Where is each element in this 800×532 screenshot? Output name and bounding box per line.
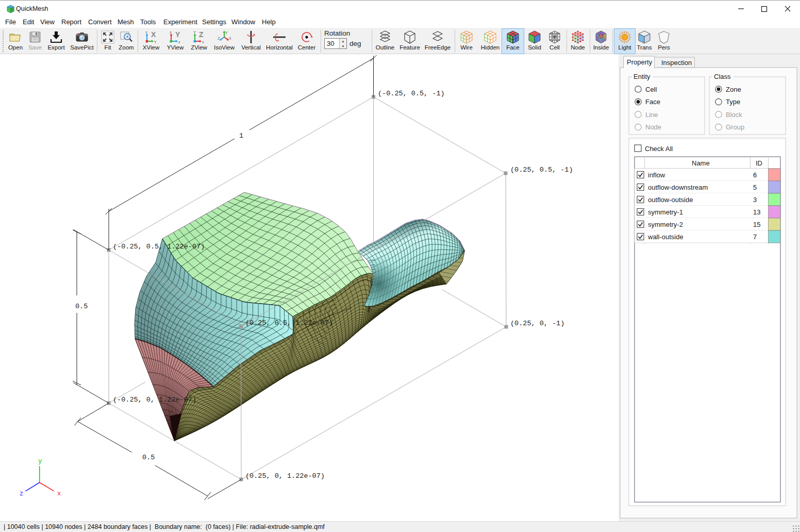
svg-text:13: 13 xyxy=(753,208,760,216)
svg-text:x: x xyxy=(57,490,61,497)
svg-text:0.5: 0.5 xyxy=(142,454,155,461)
svg-text:Type: Type xyxy=(726,98,740,106)
svg-text:z: z xyxy=(178,40,180,44)
svg-text:1: 1 xyxy=(239,132,243,140)
svg-text:X: X xyxy=(229,37,231,40)
svg-text:inflow: inflow xyxy=(648,171,665,179)
svg-text:Inspection: Inspection xyxy=(661,59,692,66)
svg-text:15: 15 xyxy=(753,221,760,228)
svg-text:Group: Group xyxy=(726,123,744,131)
svg-text:(-0.25, 0.5, -1): (-0.25, 0.5, -1) xyxy=(378,90,445,97)
svg-text:outflow-downstream: outflow-downstream xyxy=(648,184,708,191)
svg-text:Y: Y xyxy=(225,31,228,35)
svg-text:x: x xyxy=(170,30,172,34)
svg-text:wall-outside: wall-outside xyxy=(647,233,684,241)
svg-text:Line: Line xyxy=(645,111,658,119)
svg-text:y: y xyxy=(38,458,42,465)
svg-text:5: 5 xyxy=(753,184,757,191)
svg-text:0.5: 0.5 xyxy=(75,303,88,310)
svg-text:symmetry-2: symmetry-2 xyxy=(648,221,683,228)
svg-text:Class: Class xyxy=(714,73,731,80)
svg-text:Block: Block xyxy=(726,111,742,119)
svg-text:(0.25, 0, -1): (0.25, 0, -1) xyxy=(510,320,564,327)
svg-text:6: 6 xyxy=(753,171,757,179)
svg-text:Check All: Check All xyxy=(645,145,673,153)
svg-text:z: z xyxy=(20,490,23,497)
svg-text:(0.25, 0.5, -1): (0.25, 0.5, -1) xyxy=(510,166,573,174)
svg-text:7: 7 xyxy=(753,233,757,241)
svg-text:ID: ID xyxy=(756,159,762,167)
svg-text:Node: Node xyxy=(645,123,661,131)
svg-text:3: 3 xyxy=(753,196,757,204)
svg-text:Name: Name xyxy=(692,159,710,167)
svg-text:Cell: Cell xyxy=(645,86,657,93)
svg-text:Face: Face xyxy=(645,98,660,106)
svg-text:(-0.25, 0, 1.22e-07): (-0.25, 0, 1.22e-07) xyxy=(113,396,196,404)
svg-text:Entity: Entity xyxy=(634,73,651,80)
svg-text:(-0.25, 0.5, 1.22e-07): (-0.25, 0.5, 1.22e-07) xyxy=(113,243,205,251)
svg-text:Property: Property xyxy=(627,58,653,66)
svg-text:Y: Y xyxy=(175,30,180,39)
svg-text:Y: Y xyxy=(193,30,196,34)
svg-text:X: X xyxy=(151,30,156,39)
svg-text:(0.25, 0.5, 1.22e-07): (0.25, 0.5, 1.22e-07) xyxy=(245,319,333,327)
svg-text:(0.25, 0, 1.22e-07): (0.25, 0, 1.22e-07) xyxy=(245,472,325,480)
svg-text:Y: Y xyxy=(154,40,157,44)
svg-text:symmetry-1: symmetry-1 xyxy=(648,208,683,216)
svg-text:Z: Z xyxy=(199,30,204,39)
svg-text:Zone: Zone xyxy=(726,86,741,93)
svg-text:z: z xyxy=(145,30,147,34)
svg-text:x: x xyxy=(202,40,204,44)
svg-text:outflow-outside: outflow-outside xyxy=(648,196,693,204)
svg-text:Z: Z xyxy=(218,37,220,40)
